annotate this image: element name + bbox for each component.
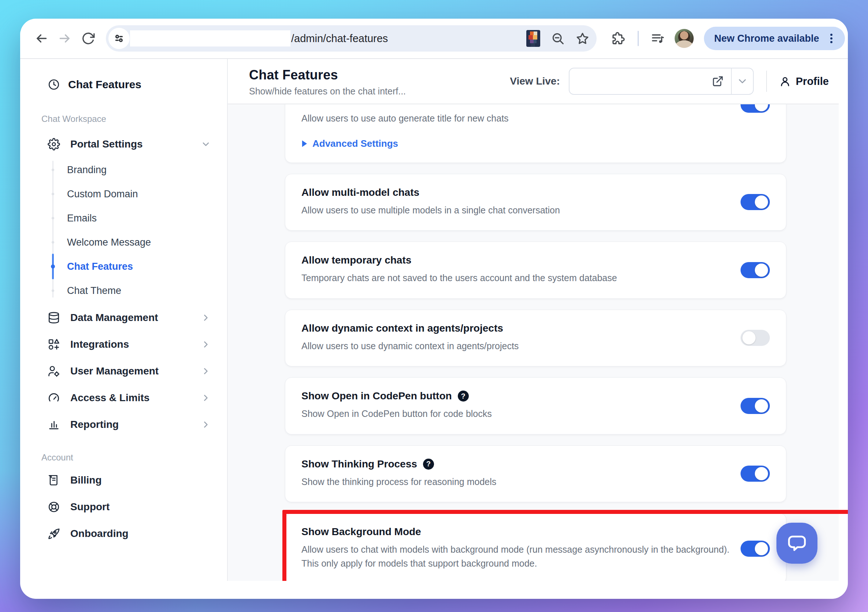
pixelated-thumbnail-icon[interactable]	[526, 30, 540, 47]
sidebar-item-integrations[interactable]: Integrations	[48, 331, 227, 358]
settings-card-thinking-process: Show Thinking Process ? Show the thinkin…	[285, 445, 786, 502]
highlighted-card-wrapper: Show Background Mode Allow users to chat…	[285, 513, 848, 581]
feature-toggle[interactable]	[741, 262, 770, 278]
bookmark-star-icon[interactable]	[576, 32, 589, 45]
feature-toggle[interactable]	[741, 541, 770, 557]
back-button[interactable]	[29, 27, 53, 50]
view-live-button[interactable]	[569, 68, 754, 95]
portal-settings-subtree: Branding Custom Domain Emails Welcome Me…	[48, 158, 227, 303]
tree-dot	[52, 217, 54, 219]
sidebar-item-portal-settings[interactable]: Portal Settings	[48, 134, 227, 155]
settings-card-codepen: Show Open in CodePen button ? Show Open …	[285, 377, 786, 434]
page-subtitle: Show/hide features on the chat interf...	[249, 86, 406, 97]
sidebar-item-data-management[interactable]: Data Management	[48, 304, 227, 331]
sidebar-item-onboarding[interactable]: Onboarding	[48, 520, 227, 547]
rocket-icon	[48, 527, 60, 540]
section-label-chat-workspace: Chat Workspace	[41, 114, 227, 124]
url-bar[interactable]: /admin/chat-features	[106, 25, 597, 52]
sidebar: Chat Features Chat Workspace Portal Sett…	[20, 59, 228, 581]
tree-dot	[52, 289, 54, 292]
playlist-music-icon	[651, 31, 665, 45]
kebab-menu-icon[interactable]	[825, 32, 838, 45]
tree-dot	[52, 169, 54, 171]
gauge-icon	[48, 392, 60, 404]
feature-toggle[interactable]	[741, 104, 770, 113]
integrations-icon	[48, 338, 60, 351]
header-divider	[766, 71, 767, 92]
main-panel: Chat Features Show/hide features on the …	[228, 59, 848, 581]
card-description: Show the thinking process for reasoning …	[301, 475, 733, 489]
sidebar-item-emails[interactable]: Emails	[48, 206, 227, 230]
sidebar-item-label: Data Management	[70, 312, 158, 324]
sidebar-item-access-limits[interactable]: Access & Limits	[48, 384, 227, 411]
help-badge[interactable]: ?	[423, 459, 434, 470]
view-live-caret-button[interactable]	[732, 76, 753, 87]
forward-button[interactable]	[53, 27, 76, 50]
sidebar-item-support[interactable]: Support	[48, 493, 227, 520]
feature-toggle[interactable]	[741, 398, 770, 414]
extensions-button[interactable]	[607, 27, 630, 50]
profile-button[interactable]: Profile	[780, 76, 829, 88]
settings-card-dynamic-context: Allow dynamic context in agents/projects…	[285, 310, 786, 367]
advanced-settings-link[interactable]: Advanced Settings	[301, 138, 770, 149]
gear-icon	[48, 138, 60, 150]
database-icon	[48, 312, 60, 324]
chrome-update-label: New Chrome available	[714, 33, 819, 44]
toolbar-divider	[638, 31, 639, 46]
sidebar-header-label: Chat Features	[68, 78, 141, 91]
sidebar-item-label: User Management	[70, 365, 158, 377]
browser-profile-avatar[interactable]	[674, 29, 694, 48]
person-icon	[780, 76, 791, 87]
card-description: Allow users to use auto generate title f…	[301, 112, 733, 125]
section-label-account: Account	[41, 453, 227, 463]
sidebar-item-chat-features[interactable]: Chat Features	[48, 254, 227, 278]
sidebar-item-welcome-message[interactable]: Welcome Message	[48, 230, 227, 254]
sidebar-item-branding[interactable]: Branding	[48, 158, 227, 182]
browser-toolbar: /admin/chat-features	[20, 19, 848, 59]
puzzle-icon	[612, 31, 626, 45]
play-triangle-icon	[301, 140, 308, 147]
sidebar-item-label: Welcome Message	[67, 237, 151, 248]
page-header-actions: View Live: Profile	[510, 68, 829, 95]
card-title: Show Background Mode	[301, 526, 770, 538]
view-live-label: View Live:	[510, 76, 560, 87]
sidebar-header: Chat Features	[48, 76, 227, 93]
card-description: Allow users to chat with models with bac…	[301, 543, 733, 570]
reload-button[interactable]	[76, 27, 100, 50]
feature-toggle[interactable]	[741, 194, 770, 210]
tree-dot	[51, 265, 55, 269]
chevron-down-icon	[736, 76, 748, 87]
zoom-out-icon[interactable]	[551, 32, 565, 45]
scrollbar-track[interactable]	[839, 59, 848, 581]
card-title: Allow temporary chats	[301, 254, 770, 266]
chrome-update-button[interactable]: New Chrome available	[704, 27, 845, 50]
chat-bubble-icon	[786, 533, 808, 554]
url-text[interactable]: /admin/chat-features	[291, 25, 388, 52]
sidebar-item-label: Onboarding	[70, 528, 129, 539]
feature-toggle[interactable]	[741, 465, 770, 482]
media-controls-button[interactable]	[646, 27, 670, 50]
chevron-down-icon	[201, 139, 211, 149]
sidebar-item-chat-theme[interactable]: Chat Theme	[48, 278, 227, 303]
settings-scroll-area[interactable]: Allow users to use auto generate title f…	[228, 104, 848, 581]
settings-card-temporary-chats: Allow temporary chats Temporary chats ar…	[285, 241, 786, 299]
sidebar-item-custom-domain[interactable]: Custom Domain	[48, 182, 227, 206]
window-bottom-strip	[20, 581, 848, 599]
feature-toggle[interactable]	[741, 330, 770, 346]
sidebar-groups: Data Management Integrations User Manage…	[48, 304, 227, 438]
site-settings-button[interactable]	[108, 28, 130, 49]
sidebar-item-label: Custom Domain	[67, 189, 138, 200]
page-header: Chat Features Show/hide features on the …	[228, 59, 848, 104]
sidebar-item-user-management[interactable]: User Management	[48, 358, 227, 384]
tune-icon	[113, 32, 125, 45]
chat-widget-button[interactable]	[777, 523, 817, 564]
chevron-right-icon	[201, 419, 211, 430]
sidebar-item-reporting[interactable]: Reporting	[48, 411, 227, 438]
chevron-right-icon	[201, 312, 211, 323]
card-title: Show Open in CodePen button ?	[301, 390, 770, 402]
help-badge[interactable]: ?	[458, 391, 469, 402]
bar-chart-icon	[48, 418, 60, 431]
sidebar-item-billing[interactable]: Billing	[48, 467, 227, 493]
page-header-text: Chat Features Show/hide features on the …	[249, 66, 406, 97]
browser-window: /admin/chat-features	[20, 19, 848, 599]
